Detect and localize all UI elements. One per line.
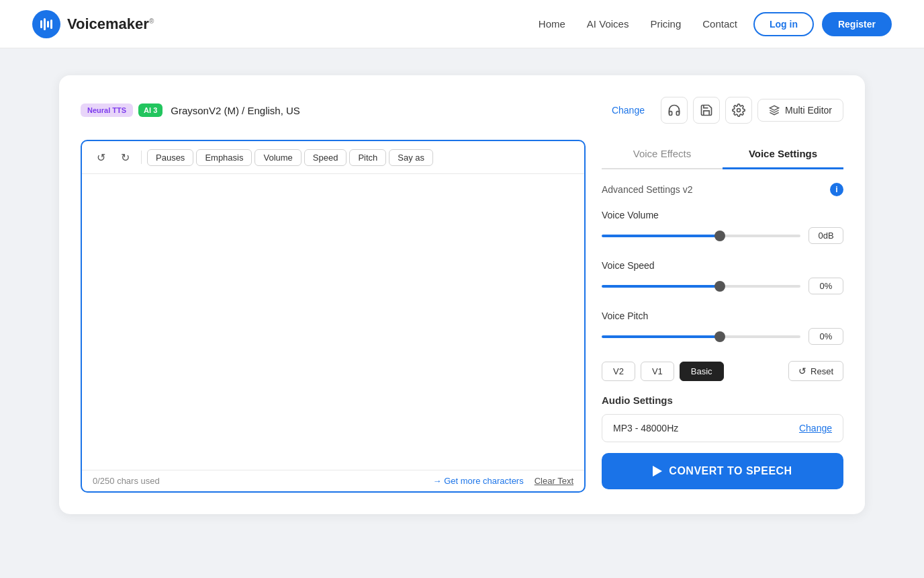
voice-pitch-label: Voice Pitch (602, 311, 843, 321)
voice-volume-slider[interactable] (602, 235, 800, 237)
voice-settings-section: Advanced Settings v2 i Voice Volume 0dB … (602, 183, 843, 493)
settings-button[interactable] (725, 97, 752, 124)
headphones-icon (667, 104, 681, 117)
audio-change-link[interactable]: Change (799, 423, 832, 434)
save-icon (700, 104, 713, 117)
navigation: Voicemaker® Home AI Voices Pricing Conta… (0, 0, 924, 48)
redo-button[interactable]: ↻ (114, 147, 136, 168)
voice-name: GraysonV2 (M) / English, US (171, 105, 612, 116)
nav-contact[interactable]: Contact (702, 18, 737, 30)
content-area: ↺ ↻ Pauses Emphasis Volume Speed Pitch S… (81, 140, 843, 493)
svg-rect-0 (40, 20, 42, 28)
say-as-button[interactable]: Say as (389, 149, 433, 166)
play-triangle-icon (653, 466, 662, 477)
pauses-button[interactable]: Pauses (147, 149, 193, 166)
voice-pitch-slider[interactable] (602, 335, 800, 338)
advanced-settings-label: Advanced Settings v2 (602, 184, 692, 195)
editor-toolbar: ↺ ↻ Pauses Emphasis Volume Speed Pitch S… (82, 141, 584, 174)
version-basic-button[interactable]: Basic (680, 362, 724, 381)
badge-ai3: AI 3 (138, 104, 163, 117)
volume-button[interactable]: Volume (255, 149, 301, 166)
main-container: Neural TTS AI 3 GraysonV2 (M) / English,… (59, 75, 865, 514)
convert-label: CONVERT TO SPEECH (669, 465, 792, 477)
login-button[interactable]: Log in (753, 12, 814, 36)
settings-tabs: Voice Effects Voice Settings (602, 140, 843, 169)
editor-footer: 0/250 chars used → Get more characters C… (82, 470, 584, 491)
svg-marker-5 (770, 106, 778, 110)
multi-editor-button[interactable]: Multi Editor (757, 99, 843, 122)
version-buttons-row: V2 V1 Basic ↺ Reset (602, 361, 843, 381)
speed-button[interactable]: Speed (304, 149, 347, 166)
nav-home[interactable]: Home (539, 18, 565, 30)
editor-footer-right: → Get more characters Clear Text (433, 476, 573, 486)
voice-pitch-group: Voice Pitch 0% (602, 311, 843, 345)
voice-pitch-value: 0% (808, 328, 843, 345)
badge-neural-tts: Neural TTS (81, 104, 133, 117)
audio-settings-title: Audio Settings (602, 395, 843, 406)
settings-header-row: Advanced Settings v2 i (602, 183, 843, 196)
voice-selector-row: Neural TTS AI 3 GraysonV2 (M) / English,… (81, 97, 843, 124)
version-v1-button[interactable]: V1 (641, 362, 674, 381)
version-v2-button[interactable]: V2 (602, 362, 635, 381)
logo[interactable]: Voicemaker® (32, 10, 154, 38)
voice-speed-row: 0% (602, 278, 843, 294)
multi-editor-label: Multi Editor (785, 105, 832, 116)
voice-speed-label: Voice Speed (602, 260, 843, 271)
voice-pitch-row: 0% (602, 328, 843, 345)
nav-pricing[interactable]: Pricing (650, 18, 681, 30)
audio-format-text: MP3 - 48000Hz (613, 423, 678, 434)
tab-voice-settings[interactable]: Voice Settings (723, 140, 843, 169)
nav-ai-voices[interactable]: AI Voices (587, 18, 629, 30)
settings-panel: Voice Effects Voice Settings Advanced Se… (602, 140, 843, 493)
svg-rect-3 (50, 19, 52, 29)
get-more-characters-link[interactable]: → Get more characters (433, 476, 524, 486)
editor-panel: ↺ ↻ Pauses Emphasis Volume Speed Pitch S… (81, 140, 586, 493)
gear-icon (732, 104, 745, 117)
convert-to-speech-button[interactable]: CONVERT TO SPEECH (602, 453, 843, 489)
logo-svg (38, 16, 54, 32)
svg-rect-2 (47, 21, 49, 28)
save-button[interactable] (693, 97, 720, 124)
char-count: 0/250 chars used (93, 476, 160, 486)
register-button[interactable]: Register (822, 12, 892, 36)
voice-volume-group: Voice Volume 0dB (602, 210, 843, 244)
svg-point-4 (737, 109, 740, 112)
layers-icon (769, 105, 780, 116)
logo-icon (32, 10, 60, 38)
voice-volume-value: 0dB (808, 227, 843, 244)
audio-format-row: MP3 - 48000Hz Change (602, 414, 843, 442)
change-voice-link[interactable]: Change (612, 105, 645, 116)
tab-voice-effects[interactable]: Voice Effects (602, 140, 723, 169)
nav-links: Home AI Voices Pricing Contact (539, 18, 737, 30)
svg-rect-1 (44, 18, 46, 30)
emphasis-button[interactable]: Emphasis (196, 149, 252, 166)
voice-volume-row: 0dB (602, 227, 843, 244)
voice-speed-slider[interactable] (602, 285, 800, 288)
pitch-button[interactable]: Pitch (349, 149, 386, 166)
text-input[interactable] (82, 174, 584, 470)
info-icon[interactable]: i (830, 183, 843, 196)
audio-settings-section: Audio Settings MP3 - 48000Hz Change (602, 395, 843, 442)
headphones-button[interactable] (661, 97, 688, 124)
voice-speed-value: 0% (808, 278, 843, 294)
undo-button[interactable]: ↺ (90, 147, 111, 168)
logo-text: Voicemaker® (67, 15, 154, 33)
voice-speed-group: Voice Speed 0% (602, 260, 843, 294)
voice-volume-label: Voice Volume (602, 210, 843, 220)
reset-button[interactable]: ↺ Reset (788, 361, 843, 381)
clear-text-link[interactable]: Clear Text (535, 476, 573, 486)
reset-label: Reset (811, 366, 833, 376)
reset-icon: ↺ (798, 366, 806, 376)
toolbar-separator (141, 151, 142, 164)
